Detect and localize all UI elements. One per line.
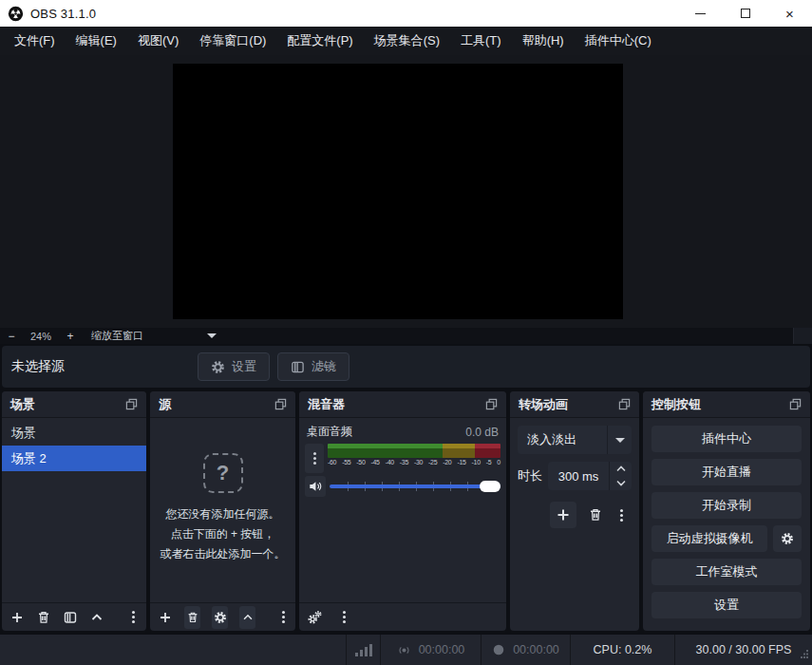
scene-item[interactable]: 场景 [2,420,146,446]
volume-db-label: 0.0 dB [465,426,499,439]
slider-track [330,484,500,488]
sources-empty-line: 您还没有添加任何源。 [161,504,286,524]
popout-icon[interactable] [274,398,287,410]
cpu-usage: CPU: 0.2% [570,635,674,665]
menu-item[interactable]: 文件(F) [4,27,66,55]
fps-indicator: 30.00 / 30.00 FPS [674,635,812,665]
preview-area [0,55,812,328]
move-scene-up-button[interactable] [89,610,104,625]
controls-title: 控制按钮 [651,396,701,413]
meter-tick-label: -40 [386,459,394,466]
sources-empty-text: 您还没有添加任何源。点击下面的 + 按钮，或者右击此处添加一个。 [161,504,286,564]
menu-item[interactable]: 插件中心(C) [575,27,662,55]
scene-filters-button[interactable] [63,610,78,625]
meter-tick-label: -60 [328,459,336,466]
volume-slider[interactable] [330,480,500,493]
mixer-more-button[interactable] [337,610,350,625]
plugin-center-button[interactable]: 插件中心 [651,426,802,452]
sources-empty-state[interactable]: ? 您还没有添加任何源。点击下面的 + 按钮，或者右击此处添加一个。 [150,418,295,602]
scene-item[interactable]: 场景 2 [2,446,146,471]
preview-canvas[interactable] [173,64,623,319]
minimize-icon [695,13,706,14]
status-bar: 00:00:00 00:00:00 CPU: 0.2% 30.00 / 30.0… [0,635,812,665]
sources-toolbar [150,602,295,631]
remove-transition-button[interactable] [588,507,603,522]
no-source-selected-label: 未选择源 [11,358,65,375]
meter-tick-label: -30 [414,459,423,466]
transition-more-button[interactable] [614,507,628,522]
fit-to-window-label[interactable]: 缩放至窗口 [91,329,203,343]
remove-source-button[interactable] [184,606,200,629]
add-transition-button[interactable] [550,502,576,528]
close-button[interactable]: × [767,0,812,27]
studio-mode-button[interactable]: 工作室模式 [651,559,802,585]
obs-logo-icon [8,6,24,22]
source-properties-toolbar-button[interactable] [212,606,228,629]
transitions-header: 转场动画 [510,391,639,418]
source-toolbar: 未选择源 设置 滤镜 [2,346,810,388]
sources-empty-line: 或者右击此处添加一个。 [161,544,286,564]
sources-empty-line: 点击下面的 + 按钮， [161,524,286,544]
spin-down-button[interactable] [610,476,632,490]
minimize-button[interactable] [678,0,723,27]
record-timer: 00:00:00 [481,635,570,665]
sources-more-button[interactable] [278,610,288,625]
source-properties-button[interactable]: 设置 [198,352,270,381]
zoom-dropdown-caret-icon[interactable] [207,333,217,338]
transitions-title: 转场动画 [519,396,568,413]
add-source-button[interactable] [158,610,173,625]
broadcast-icon [397,643,411,657]
source-properties-label: 设置 [232,358,256,375]
transition-select[interactable]: 淡入淡出 [518,426,632,454]
menu-item[interactable]: 停靠窗口(D) [189,27,276,55]
remove-scene-button[interactable] [36,610,51,625]
preview-scroll-corner [793,328,812,344]
add-scene-button[interactable] [9,610,25,625]
resize-grip-icon[interactable] [800,645,809,662]
mixer-header: 混音器 [299,391,506,418]
menu-item[interactable]: 工具(T) [450,27,512,55]
meter-green-segment [328,444,443,458]
zoom-in-button[interactable]: + [59,330,82,343]
start-streaming-button[interactable]: 开始直播 [651,459,802,485]
menu-item[interactable]: 视图(V) [127,27,189,55]
obs-window: OBS 31.1.0 × 文件(F)编辑(E)视图(V)停靠窗口(D)配置文件(… [0,0,812,665]
mixer-source-menu-button[interactable] [305,444,324,473]
meter-tick-label: -25 [428,459,437,466]
popout-icon[interactable] [618,398,631,410]
popout-icon[interactable] [485,398,498,410]
speaker-icon [309,480,322,493]
window-controls: × [678,0,812,27]
meter-tick-label: -50 [356,459,365,466]
zoom-out-button[interactable]: − [0,330,23,343]
scene-list: 场景 场景 2 [2,418,146,471]
slider-handle[interactable] [480,481,500,492]
audio-mixer-dock: 混音器 桌面音频 0.0 dB [299,391,506,631]
mixer-title: 混音器 [308,396,345,413]
scenes-more-button[interactable] [127,610,139,625]
menu-bar: 文件(F)编辑(E)视图(V)停靠窗口(D)配置文件(P)场景集合(S)工具(T… [0,27,812,55]
popout-icon[interactable] [789,398,802,410]
popout-icon[interactable] [125,398,138,410]
menu-item[interactable]: 配置文件(P) [276,27,363,55]
start-recording-button[interactable]: 开始录制 [651,492,802,519]
settings-button[interactable]: 设置 [651,592,802,618]
meter-tick-label: -45 [370,459,379,466]
window-title: OBS 31.1.0 [30,7,96,21]
maximize-button[interactable] [723,0,767,27]
preview-zoom-bar: − 24% + 缩放至窗口 [0,328,812,344]
menu-item[interactable]: 编辑(E) [66,27,127,55]
virtual-camera-settings-button[interactable] [773,525,802,552]
scenes-title: 场景 [10,396,35,413]
mute-button[interactable] [305,476,326,497]
spin-up-button[interactable] [610,462,632,476]
duration-spinbox[interactable]: 300 ms [548,462,632,490]
start-virtual-camera-button[interactable]: 启动虚拟摄像机 [651,525,767,552]
scene-item-label: 场景 2 [11,450,47,467]
sources-title: 源 [159,396,171,413]
menu-item[interactable]: 场景集合(S) [364,27,450,55]
advanced-audio-properties-button[interactable] [307,610,322,625]
move-source-up-button[interactable] [239,606,255,629]
source-filters-button[interactable]: 滤镜 [277,352,349,381]
menu-item[interactable]: 帮助(H) [512,27,575,55]
